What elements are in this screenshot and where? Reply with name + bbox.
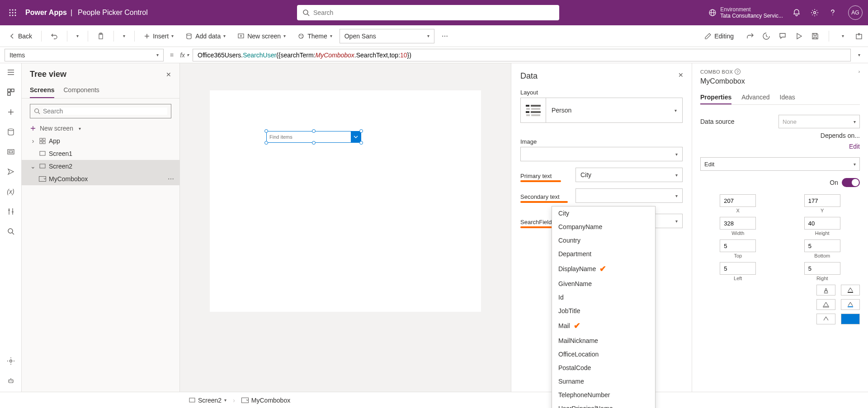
padding-right-input[interactable] bbox=[804, 262, 840, 275]
layout-selector[interactable]: Person ▾ bbox=[520, 98, 683, 123]
tab-properties[interactable]: Properties bbox=[700, 91, 731, 104]
chevron-color-button[interactable] bbox=[816, 314, 835, 324]
dropdown-option[interactable]: City bbox=[552, 206, 655, 220]
environment-picker[interactable]: Environment Tata Consultancy Servic... bbox=[708, 6, 783, 19]
publish-icon[interactable] bbox=[854, 32, 863, 41]
global-search-input[interactable] bbox=[313, 9, 554, 16]
height-input[interactable] bbox=[804, 217, 840, 230]
tree-item-screen1[interactable]: Screen1 bbox=[22, 147, 179, 160]
bg-color-button[interactable] bbox=[841, 285, 860, 295]
tab-ideas[interactable]: Ideas bbox=[780, 91, 795, 104]
save-split-chevron[interactable]: ▾ bbox=[838, 32, 847, 41]
fields-edit-link[interactable]: Edit bbox=[849, 143, 860, 150]
tree-item-mycombobox[interactable]: MyCombobox ⋯ bbox=[22, 173, 179, 185]
editing-mode-button[interactable]: Editing bbox=[700, 31, 738, 42]
hamburger-icon[interactable] bbox=[5, 67, 16, 78]
width-input[interactable] bbox=[720, 217, 756, 230]
secondary-text-selector[interactable]: ▾ bbox=[576, 188, 683, 203]
dropdown-option[interactable]: Surname bbox=[552, 375, 655, 388]
variables-rail-icon[interactable]: (x) bbox=[5, 186, 16, 197]
combobox-input[interactable] bbox=[267, 134, 351, 140]
data-rail-icon[interactable] bbox=[5, 127, 16, 137]
fx-label[interactable]: fx▾ bbox=[180, 52, 189, 59]
undo-split-chevron[interactable]: ▾ bbox=[72, 32, 83, 40]
tab-screens[interactable]: Screens bbox=[30, 83, 54, 98]
expand-formula-icon[interactable]: ▾ bbox=[854, 51, 863, 60]
position-y-input[interactable] bbox=[804, 194, 840, 207]
position-x-input[interactable] bbox=[720, 194, 756, 207]
insert-rail-icon[interactable] bbox=[5, 107, 16, 117]
border-color-button[interactable] bbox=[816, 299, 835, 310]
collapse-props-icon[interactable]: › bbox=[859, 69, 860, 74]
close-tree-icon[interactable]: ✕ bbox=[166, 71, 171, 78]
new-screen-tree-button[interactable]: New screen ▾ bbox=[22, 122, 179, 135]
theme-button[interactable]: Theme ▾ bbox=[293, 31, 337, 42]
fields-selector[interactable]: Edit▾ bbox=[700, 157, 860, 171]
canvas[interactable] bbox=[180, 63, 511, 392]
back-button[interactable]: Back bbox=[5, 31, 37, 42]
font-color-button[interactable]: A bbox=[816, 285, 835, 295]
tree-search-input[interactable] bbox=[43, 108, 167, 115]
canvas-screen[interactable] bbox=[210, 90, 481, 312]
tree-view-icon[interactable] bbox=[5, 87, 16, 98]
app-checker-icon[interactable] bbox=[762, 32, 771, 41]
close-data-pane-icon[interactable]: ✕ bbox=[678, 71, 684, 79]
font-selector[interactable]: Open Sans ▾ bbox=[340, 29, 434, 43]
tab-advanced[interactable]: Advanced bbox=[741, 91, 769, 104]
dropdown-option[interactable]: CompanyName bbox=[552, 220, 655, 234]
search-rail-icon[interactable] bbox=[5, 226, 16, 237]
dropdown-option[interactable]: Mail✔ bbox=[552, 318, 655, 334]
global-search[interactable] bbox=[297, 5, 559, 20]
more-commands[interactable]: ⋯ bbox=[437, 31, 453, 42]
dropdown-option[interactable]: PostalCode bbox=[552, 361, 655, 375]
dropdown-option[interactable]: JobTitle bbox=[552, 304, 655, 318]
notifications-icon[interactable] bbox=[792, 8, 801, 17]
multiselect-toggle[interactable] bbox=[842, 178, 860, 187]
user-avatar[interactable]: AG bbox=[848, 5, 863, 20]
padding-top-input[interactable] bbox=[720, 239, 756, 252]
share-icon[interactable] bbox=[745, 32, 755, 41]
dropdown-option[interactable]: UserPrincipalName bbox=[552, 402, 655, 408]
comments-icon[interactable] bbox=[778, 32, 787, 41]
depends-on-link[interactable]: Depends on... bbox=[821, 132, 860, 139]
media-rail-icon[interactable] bbox=[5, 146, 16, 157]
combobox-control[interactable] bbox=[266, 131, 361, 143]
dropdown-option[interactable]: MailNickname bbox=[552, 334, 655, 347]
fill-color-button[interactable] bbox=[841, 299, 860, 310]
paste-button[interactable] bbox=[93, 31, 109, 42]
tree-item-screen2[interactable]: ⌄ Screen2 bbox=[22, 160, 179, 173]
property-selector[interactable]: Items ▾ bbox=[5, 49, 164, 61]
help-icon[interactable] bbox=[828, 8, 837, 17]
breadcrumb-screen[interactable]: Screen2 ▾ bbox=[189, 397, 226, 404]
padding-bottom-input[interactable] bbox=[804, 239, 840, 252]
advanced-tools-icon[interactable] bbox=[5, 206, 16, 217]
flows-rail-icon[interactable] bbox=[5, 166, 16, 177]
dropdown-option[interactable]: TelephoneNumber bbox=[552, 388, 655, 402]
data-source-selector[interactable]: None▾ bbox=[778, 115, 860, 128]
app-launcher-icon[interactable] bbox=[5, 5, 20, 20]
tab-components[interactable]: Components bbox=[63, 83, 99, 98]
tree-item-more[interactable]: ⋯ bbox=[168, 175, 175, 183]
settings-icon[interactable] bbox=[810, 8, 819, 17]
dropdown-option[interactable]: DisplayName✔ bbox=[552, 261, 655, 277]
dropdown-option[interactable]: OfficeLocation bbox=[552, 347, 655, 361]
dropdown-option[interactable]: Id bbox=[552, 291, 655, 304]
virtual-agent-icon[interactable] bbox=[5, 375, 16, 386]
tree-search[interactable] bbox=[30, 104, 171, 118]
dropdown-option[interactable]: GivenName bbox=[552, 277, 655, 291]
settings-rail-icon[interactable] bbox=[5, 356, 16, 366]
dropdown-option[interactable]: Department bbox=[552, 247, 655, 261]
formula-input[interactable]: Office365Users.SearchUser({searchTerm:My… bbox=[193, 49, 851, 61]
image-field-selector[interactable]: ▾ bbox=[520, 147, 683, 161]
info-icon[interactable]: ? bbox=[735, 69, 741, 75]
dropdown-option[interactable]: Country bbox=[552, 234, 655, 247]
breadcrumb-control[interactable]: MyCombobox bbox=[241, 397, 290, 404]
control-name[interactable]: MyCombobox bbox=[700, 77, 860, 85]
selection-color-button[interactable] bbox=[841, 314, 860, 324]
paste-split-chevron[interactable]: ▾ bbox=[118, 32, 130, 40]
tree-item-app[interactable]: › App bbox=[22, 135, 179, 147]
combobox-chevron-icon[interactable] bbox=[351, 131, 361, 142]
save-icon[interactable] bbox=[811, 32, 820, 41]
padding-left-input[interactable] bbox=[720, 262, 756, 275]
preview-icon[interactable] bbox=[794, 32, 803, 41]
